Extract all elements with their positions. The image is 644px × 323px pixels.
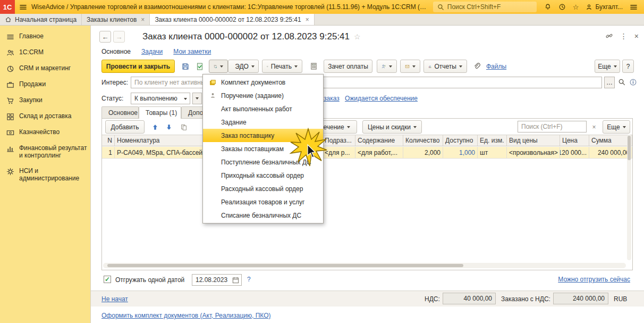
sidebar-item-1c-crm[interactable]: 1С:CRM [0,45,90,61]
menu-item-task[interactable]: Задание [203,115,323,129]
status-select[interactable]: К выполнению [131,93,190,104]
vertical-scrollbar-thumb[interactable] [628,136,631,160]
ordered-label: Заказано с НДС: [501,295,550,303]
col-unit[interactable]: Ед. изм. [478,135,507,146]
notifications-icon[interactable] [544,3,552,11]
col-available[interactable]: Доступно [443,135,478,146]
move-down-button[interactable] [163,120,175,134]
menu-item-cash-receipt-order[interactable]: Приходный кассовый ордер [203,169,323,182]
tab-goods[interactable]: Товары (1) [139,106,181,119]
menu-item-cash-expense-order[interactable]: Расходный кассовый ордер [203,182,323,195]
menu-item-sales-of-goods[interactable]: Реализация товаров и услуг [203,195,323,209]
add-row-button[interactable]: Добавить [105,120,145,134]
state-link[interactable]: Не начат [101,295,128,303]
save-button[interactable] [179,60,192,73]
reports-button[interactable]: Отчеты [423,60,467,73]
edo-button[interactable]: ЭДО [228,60,259,73]
prices-discounts-button[interactable]: Цены и скидки [362,120,422,134]
help-button[interactable]: ? [622,60,634,73]
navlink-notes[interactable]: Мои заметки [173,48,211,55]
status-history-button[interactable] [192,93,202,104]
service-menu-icon[interactable] [630,3,638,11]
info-icon[interactable] [629,78,637,86]
ship-date-input[interactable]: 12.08.2023 [192,274,242,286]
copy-link-icon[interactable] [605,32,613,40]
col-quantity[interactable]: Количество [403,135,443,146]
ship-now-link[interactable]: Можно отгрузить сейчас [558,276,630,283]
favorites-icon[interactable]: ☆ [573,4,579,11]
sidebar-item-crm-marketing[interactable]: CRM и маркетинг [0,61,90,77]
menu-item-assignment[interactable]: Поручение (задание) [203,89,323,102]
form-area: ⋮ × ← → Заказ клиента 0000-000002 от 12.… [90,26,644,323]
cell-available[interactable]: 1,000 [443,147,478,158]
sidebar-item-finance[interactable]: Финансовый результат и контроллинг [0,140,90,163]
interest-input[interactable]: По клиенту нет активных инт [131,77,602,88]
tab-close-icon[interactable]: × [306,16,309,23]
add-row-label: Добавить [111,123,139,131]
global-search[interactable]: Поиск Ctrl+Shift+F [433,2,537,12]
calendar-icon[interactable] [232,276,240,284]
sidebar-item-sales[interactable]: Продажи [0,77,90,93]
user-menu[interactable]: Бухгалт... [586,3,623,11]
horizontal-scrollbar[interactable] [103,263,626,268]
sidebar-item-label: CRM и маркетинг [19,64,71,72]
favorite-star-icon[interactable]: ☆ [354,32,361,41]
history-icon[interactable] [558,3,566,11]
horizontal-scrollbar-thumb[interactable] [107,264,463,267]
menu-item-act[interactable]: Акт выполненных работ [203,102,323,115]
vertical-scrollbar[interactable] [627,135,631,260]
interest-search-icon[interactable] [618,78,626,86]
move-up-button[interactable] [149,120,162,134]
more-button[interactable]: Еще [595,60,620,73]
sidebar-item-nsi-admin[interactable]: НСИ и администрирование [0,163,90,186]
col-content[interactable]: Содержание [355,135,403,146]
col-price-type[interactable]: Вид цены [507,135,560,146]
provision-expected-link[interactable]: Ожидается обеспечение [345,95,418,102]
interest-choose-button[interactable]: … [604,77,615,88]
menu-item-cashless-writeoff[interactable]: Списание безналичных ДС [203,209,323,222]
goods-toolbar: Добавить Обеспечение Цены и скидки Поиск… [102,119,632,135]
arrow-up-icon [151,123,159,131]
tab-main[interactable]: Основное [101,106,139,118]
col-n[interactable]: N [102,135,115,146]
calculator-button[interactable] [307,60,320,73]
files-link[interactable]: Файлы [486,63,506,70]
table-search-input[interactable]: Поиск (Ctrl+F) [518,121,587,132]
col-sum[interactable]: Сумма [589,135,632,146]
close-form-icon[interactable]: × [634,32,639,40]
back-button[interactable]: ← [99,31,111,43]
payment-offset-button[interactable]: Зачет оплаты [324,60,372,73]
tab-customer-order-doc[interactable]: Заказ клиента 0000-000002 от 12.08.2023 … [150,14,314,25]
menu-item-label: Списание безналичных ДС [221,212,301,219]
navlink-main[interactable]: Основное [101,48,131,55]
tab-home[interactable]: Начальная страница [0,14,82,25]
send-email-button[interactable] [400,60,420,73]
sidebar-item-purchases[interactable]: Закупки [0,93,90,109]
attachments-button[interactable] [470,60,483,73]
navlink-tasks[interactable]: Задачи [141,48,163,55]
sidebar-item-treasury[interactable]: Казначейство [0,125,90,140]
status-order-link[interactable]: заказ [324,95,340,102]
main-menu-icon[interactable] [19,3,27,11]
kebab-menu-icon[interactable]: ⋮ [620,32,628,40]
create-based-on-button[interactable] [209,60,228,73]
sidebar-item-label: Продажи [19,80,46,88]
tab-customer-orders[interactable]: Заказы клиентов × [82,14,150,25]
post-and-close-button[interactable]: Провести и закрыть [101,60,175,73]
table-more-button[interactable]: Еще [603,120,630,134]
create-document-kit-link[interactable]: Оформить комплект документов (Акт, Реали… [101,312,271,319]
clear-search-button[interactable]: × [589,120,599,134]
col-price[interactable]: Цена [560,135,589,146]
copy-row-button[interactable] [177,120,190,134]
ship-single-date-checkbox[interactable]: ✓ [104,276,111,283]
tab-close-icon[interactable]: × [141,16,145,23]
ship-date-help[interactable]: ? [247,276,251,283]
post-document-button[interactable] [193,60,207,73]
menu-item-document-kit[interactable]: Комплект документов [203,76,323,89]
table-row[interactable]: 1 Р-СА049, MSpa, СПА-бассейн <для р... <… [102,147,632,159]
forward-button[interactable]: → [113,31,125,43]
print-button[interactable]: Печать [262,60,302,73]
sidebar-item-warehouse[interactable]: Склад и доставка [0,109,90,125]
assign-task-button[interactable] [377,60,397,73]
sidebar-item-main[interactable]: Главное [0,29,90,45]
